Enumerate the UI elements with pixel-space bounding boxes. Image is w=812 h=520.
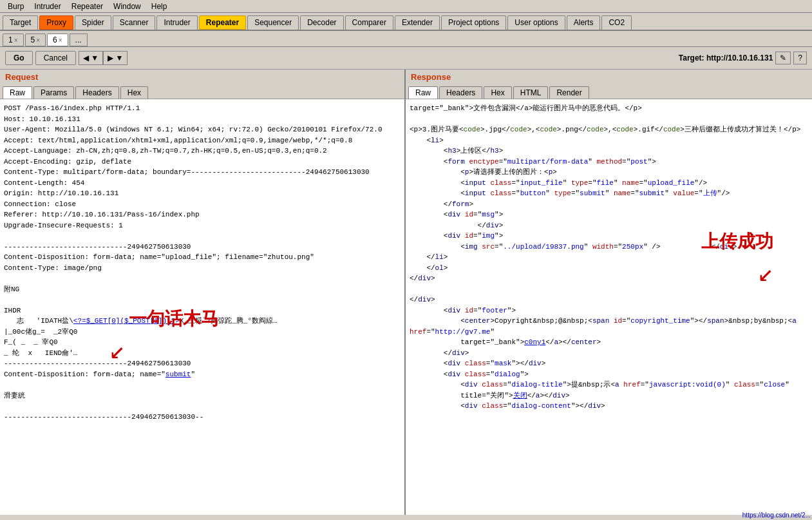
tab-repeater[interactable]: Repeater	[199, 15, 246, 30]
sub-tab-5-label: 5	[31, 35, 35, 44]
tab-project-options[interactable]: Project options	[441, 15, 506, 30]
sub-tab-1[interactable]: 1 ×	[3, 34, 24, 46]
request-tab-raw[interactable]: Raw	[3, 86, 32, 99]
tab-proxy[interactable]: Proxy	[39, 15, 73, 30]
go-button[interactable]: Go	[5, 51, 33, 65]
menu-intruder[interactable]: Intruder	[29, 1, 66, 12]
menu-bar: Burp Intruder Repeater Window Help	[0, 0, 812, 13]
response-panel: Response Raw Headers Hex HTML Render tar…	[406, 70, 812, 515]
tab-sequencer[interactable]: Sequencer	[247, 15, 299, 30]
response-header: Response	[406, 70, 812, 84]
tab-decoder[interactable]: Decoder	[300, 15, 343, 30]
next-button[interactable]: ▶ ▼	[103, 51, 127, 65]
toolbar: Go Cancel ◀ ▼ ▶ ▼ Target: http://10.10.1…	[0, 47, 812, 70]
watermark: https://blog.csdn.net/2...	[742, 512, 811, 519]
tab-spider[interactable]: Spider	[75, 15, 111, 30]
tab-extender[interactable]: Extender	[395, 15, 440, 30]
request-tab-hex[interactable]: Hex	[120, 86, 148, 99]
sub-tab-5-close[interactable]: ×	[36, 37, 40, 44]
request-tab-headers[interactable]: Headers	[75, 86, 118, 99]
sub-tab-6-label: 6	[53, 35, 57, 44]
tab-target[interactable]: Target	[3, 15, 38, 30]
menu-burp[interactable]: Burp	[3, 1, 29, 12]
request-panel: Request Raw Params Headers Hex POST /Pas…	[0, 70, 406, 515]
cancel-button[interactable]: Cancel	[35, 51, 76, 65]
main-tab-bar: Target Proxy Spider Scanner Intruder Rep…	[0, 13, 812, 31]
menu-help[interactable]: Help	[146, 1, 173, 12]
help-button[interactable]: ?	[793, 52, 807, 64]
request-tab-params[interactable]: Params	[33, 86, 74, 99]
repeater-sub-tab-bar: 1 × 5 × 6 × ...	[0, 31, 812, 47]
sub-tab-1-label: 1	[8, 35, 13, 44]
tab-co2[interactable]: CO2	[601, 15, 632, 30]
response-tab-render[interactable]: Render	[549, 86, 589, 99]
response-tab-html[interactable]: HTML	[513, 86, 549, 99]
request-tab-bar: Raw Params Headers Hex	[0, 84, 404, 99]
tab-comparer[interactable]: Comparer	[345, 15, 393, 30]
main-content: Request Raw Params Headers Hex POST /Pas…	[0, 70, 812, 515]
response-tab-raw[interactable]: Raw	[408, 86, 438, 99]
prev-button[interactable]: ◀ ▼	[79, 51, 103, 65]
menu-repeater[interactable]: Repeater	[66, 1, 108, 12]
menu-window[interactable]: Window	[108, 1, 146, 12]
request-content[interactable]: POST /Pass-16/index.php HTTP/1.1 Host: 1…	[0, 99, 404, 515]
response-text: target="_bank">文件包含漏洞</a>能运行图片马中的恶意代码。</…	[410, 103, 808, 412]
tab-user-options[interactable]: User options	[507, 15, 565, 30]
request-text: POST /Pass-16/index.php HTTP/1.1 Host: 1…	[4, 103, 401, 422]
edit-target-button[interactable]: ✎	[775, 52, 791, 64]
sub-tab-1-close[interactable]: ×	[14, 37, 18, 44]
response-content[interactable]: target="_bank">文件包含漏洞</a>能运行图片马中的恶意代码。</…	[406, 99, 812, 515]
response-tab-hex[interactable]: Hex	[484, 86, 511, 99]
tab-alerts[interactable]: Alerts	[567, 15, 601, 30]
tab-intruder[interactable]: Intruder	[156, 15, 197, 30]
target-label: Target: http://10.10.16.131	[679, 53, 773, 63]
request-content-container: POST /Pass-16/index.php HTTP/1.1 Host: 1…	[0, 99, 404, 515]
sub-tab-6[interactable]: 6 ×	[47, 34, 68, 46]
response-tab-headers[interactable]: Headers	[439, 86, 482, 99]
sub-tab-6-close[interactable]: ×	[59, 37, 62, 44]
response-content-container: target="_bank">文件包含漏洞</a>能运行图片马中的恶意代码。</…	[406, 99, 812, 515]
sub-tab-5[interactable]: 5 ×	[25, 34, 46, 46]
tab-scanner[interactable]: Scanner	[113, 15, 156, 30]
request-header: Request	[0, 70, 404, 84]
sub-tab-more[interactable]: ...	[70, 34, 88, 46]
response-tab-bar: Raw Headers Hex HTML Render	[406, 84, 812, 99]
